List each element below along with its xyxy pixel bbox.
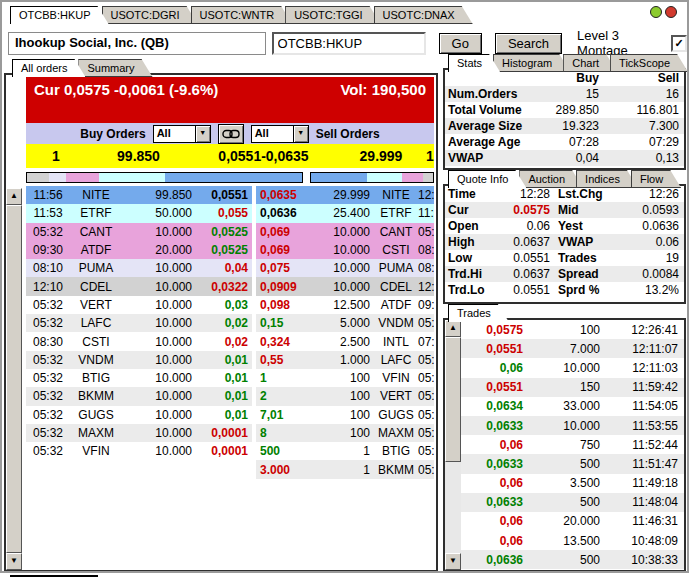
order-price: 0,15 — [256, 314, 312, 332]
sell-order-row[interactable]: 2100VERT05:32 — [256, 387, 434, 405]
scroll-down-icon[interactable]: ▼ — [445, 553, 461, 570]
buy-order-row[interactable]: 08:10PUMA10.0000,04 — [26, 259, 252, 277]
depth-segment — [27, 173, 49, 182]
order-time: 05:32 — [26, 314, 70, 332]
trade-row[interactable]: 0,063310.00011:53:55 — [461, 416, 684, 435]
sell-order-row[interactable]: 0,3242.500INTL07:35 — [256, 332, 434, 350]
quote-label: Trd.Lo — [445, 283, 495, 297]
tab-usotc-tggi[interactable]: USOTC:TGGI — [285, 6, 380, 24]
go-button[interactable]: Go — [439, 33, 482, 54]
scroll-thumb[interactable] — [445, 337, 461, 462]
order-time: 05:32 — [418, 406, 434, 424]
trade-row[interactable]: 0,063650010:38:33 — [461, 550, 684, 569]
tab-all-orders[interactable]: All orders — [12, 59, 85, 77]
level3-montage-checkbox[interactable]: ✓ — [671, 35, 687, 52]
tab-otcbb-hkup[interactable]: OTCBB:HKUP — [10, 6, 109, 24]
sell-order-row[interactable]: 0,06910.000CANT05:32 — [256, 223, 434, 241]
stats-label: Num.Orders — [445, 87, 541, 101]
sell-depth-bar — [310, 172, 434, 183]
order-size: 20.000 — [122, 241, 198, 259]
order-time: 05:32 — [26, 223, 70, 241]
tab-usotc-dnax[interactable]: USOTC:DNAX — [374, 6, 473, 24]
tab-trades[interactable]: Trades — [448, 304, 509, 322]
trade-row[interactable]: 0,055115011:59:42 — [461, 378, 684, 397]
sell-order-row[interactable]: 0,063529.999NITE12:00 — [256, 186, 434, 204]
orderbook-scrollbar[interactable]: ▲ ▼ — [6, 188, 22, 570]
order-time: 05:32 — [418, 387, 434, 405]
tab-flow[interactable]: Flow — [631, 170, 681, 188]
sell-order-row[interactable]: 0,090910.000CDEL12:00 — [256, 277, 434, 295]
trade-row[interactable]: 0,057510012:26:41 — [461, 320, 684, 339]
buy-order-row[interactable]: 11:53ETRF50.0000,055 — [26, 204, 252, 222]
sell-order-row[interactable]: 0,07510.000PUMA08:10 — [256, 259, 434, 277]
symbol-input[interactable] — [272, 32, 426, 55]
buy-order-row[interactable]: 08:30CSTI10.0000,02 — [26, 332, 252, 350]
scroll-thumb[interactable] — [6, 205, 22, 553]
buy-order-row[interactable] — [26, 460, 252, 478]
tab-quote-info[interactable]: Quote Info — [448, 170, 526, 188]
tab-summary[interactable]: Summary — [78, 59, 152, 77]
buy-filter-select[interactable]: All ▼ — [153, 125, 211, 143]
tab-chart[interactable]: Chart — [563, 54, 617, 72]
trade-row[interactable]: 0,0610.00012:11:03 — [461, 358, 684, 377]
best-buy-count: 1 — [26, 148, 86, 164]
buy-order-row[interactable]: 09:30ATDF20.0000,0525 — [26, 241, 252, 259]
sell-order-row[interactable]: 0,09812.500ATDF09:42 — [256, 296, 434, 314]
sell-order-row[interactable]: 8100MAXM05:32 — [256, 424, 434, 442]
tab-histogram[interactable]: Histogram — [493, 54, 570, 72]
chevron-down-icon[interactable]: ▼ — [195, 126, 210, 142]
sell-order-row[interactable]: 0,06910.000CSTI08:30 — [256, 241, 434, 259]
buy-order-row[interactable]: 05:32VNDM10.0000,01 — [26, 351, 252, 369]
scroll-up-icon[interactable]: ▲ — [6, 188, 22, 205]
buy-order-row[interactable]: 05:32BTIG10.0000,01 — [26, 369, 252, 387]
trades-scrollbar[interactable]: ▲ ▼ — [445, 320, 461, 570]
buy-order-row[interactable]: 05:32LAFC10.0000,02 — [26, 314, 252, 332]
scroll-track[interactable] — [6, 205, 22, 553]
quote-value: 0.0551 — [495, 251, 555, 265]
buy-order-row[interactable]: 11:56NITE99.8500,0551 — [26, 186, 252, 204]
buy-order-row[interactable]: 05:32VERT10.0000,03 — [26, 296, 252, 314]
sell-order-row[interactable]: 1100VFIN05:32 — [256, 369, 434, 387]
sell-order-row[interactable]: 7,01100GUGS05:32 — [256, 406, 434, 424]
search-button[interactable]: Search — [495, 33, 562, 54]
buy-order-row[interactable]: 05:32CANT10.0000,0525 — [26, 223, 252, 241]
buy-order-row[interactable]: 05:32GUGS10.0000,01 — [26, 406, 252, 424]
tab-usotc-wntr[interactable]: USOTC:WNTR — [191, 6, 293, 24]
sell-order-row[interactable]: 0,551.000LAFC05:32 — [256, 351, 434, 369]
market-maker: CSTI — [70, 333, 122, 351]
quote-label: High — [445, 235, 495, 249]
chevron-down-icon[interactable]: ▼ — [293, 126, 308, 142]
sell-order-row[interactable]: 5001BTIG05:32 — [256, 442, 434, 460]
link-filters-button[interactable] — [218, 124, 244, 144]
sell-filter-select[interactable]: All ▼ — [251, 125, 309, 143]
tab-usotc-dgri[interactable]: USOTC:DGRI — [102, 6, 198, 24]
buy-order-row[interactable]: 05:32MAXM10.0000,0001 — [26, 424, 252, 442]
quote-label: Yest — [555, 219, 615, 233]
tab-tickscope[interactable]: TickScope — [610, 54, 688, 72]
scroll-track[interactable] — [445, 337, 461, 553]
trade-time: 11:52:44 — [604, 438, 684, 452]
trade-row[interactable]: 0,063350011:48:04 — [461, 493, 684, 512]
trade-time: 11:53:55 — [604, 419, 684, 433]
buy-order-row[interactable]: 12:10CDEL10.0000,0322 — [26, 277, 252, 295]
trade-row[interactable]: 0,063433.00011:54:05 — [461, 397, 684, 416]
trade-row[interactable]: 0,0620.00011:46:31 — [461, 512, 684, 531]
trade-row[interactable]: 0,063.50011:49:18 — [461, 474, 684, 493]
trade-row[interactable]: 0,063350011:51:47 — [461, 454, 684, 473]
trade-row[interactable]: 0,05517.00012:11:07 — [461, 339, 684, 358]
order-size: 99.850 — [122, 186, 198, 204]
sell-order-row[interactable]: 0,063625.400ETRF11:53 — [256, 204, 434, 222]
symbol-tabbar: OTCBB:HKUPUSOTC:DGRIUSOTC:WNTRUSOTC:TGGI… — [10, 4, 466, 24]
sell-order-row[interactable]: 3.0001BKMM05:32 — [256, 460, 434, 478]
tab-auction[interactable]: Auction — [519, 170, 583, 188]
tab-indices[interactable]: Indices — [576, 170, 638, 188]
trade-row[interactable]: 0,0675011:52:44 — [461, 435, 684, 454]
stats-row: VWAP0,040,13 — [445, 150, 684, 166]
buy-order-row[interactable]: 05:32VFIN10.0000,0001 — [26, 442, 252, 460]
trade-row[interactable]: 0,0613.50010:48:09 — [461, 531, 684, 550]
tab-stats[interactable]: Stats — [448, 54, 500, 72]
buy-order-row[interactable]: 05:32BKMM10.0000,01 — [26, 387, 252, 405]
scroll-down-icon[interactable]: ▼ — [6, 553, 22, 570]
sell-order-row[interactable]: 0,155.000VNDM05:32 — [256, 314, 434, 332]
scroll-up-icon[interactable]: ▲ — [445, 320, 461, 337]
